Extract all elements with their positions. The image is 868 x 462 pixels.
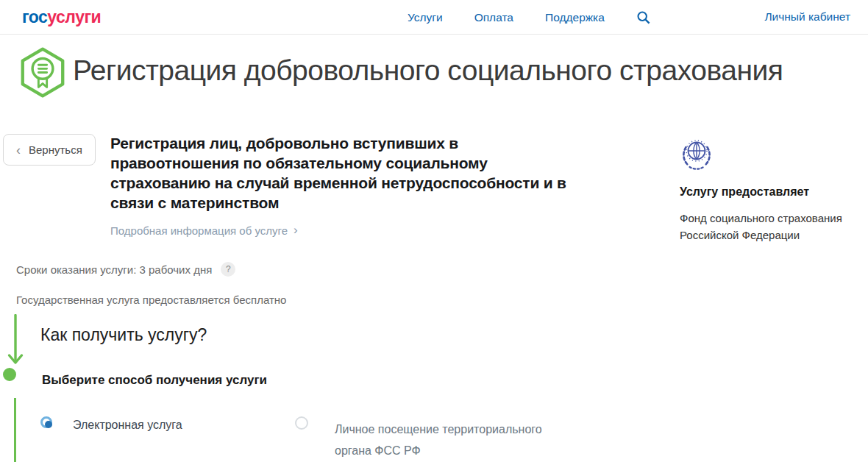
- nav-item-support[interactable]: Поддержка: [545, 11, 605, 24]
- fss-emblem-icon: [680, 137, 714, 175]
- free-notice: Государственная услуга предоставляется б…: [16, 294, 286, 306]
- logo-part-red: услуги: [47, 7, 101, 26]
- gosuslugi-logo[interactable]: госуслуги: [22, 7, 101, 27]
- provider-name: Фонд социального страхования Российской …: [680, 210, 867, 244]
- search-icon[interactable]: [636, 10, 651, 25]
- service-heading-line: страхованию на случай временной нетрудос…: [110, 173, 566, 193]
- radio-electronic-service-label[interactable]: Электронная услуга: [73, 419, 182, 432]
- service-terms: Сроки оказания услуги: 3 рабочих дня ?: [16, 262, 235, 277]
- radio-in-person-visit-label[interactable]: Личное посещение территориального органа…: [335, 419, 555, 461]
- details-link-label: Подробная информация об услуге: [110, 224, 288, 237]
- timeline-line: [14, 398, 16, 462]
- service-medal-icon: [15, 46, 70, 103]
- nav-item-services[interactable]: Услуги: [408, 11, 443, 24]
- help-icon[interactable]: ?: [221, 262, 235, 277]
- provider-label: Услугу предоставляет: [680, 185, 809, 199]
- logo-part-blue: гос: [22, 7, 47, 26]
- gosuslugi-service-page: госуслуги Услуги Оплата Поддержка Личный…: [0, 0, 868, 462]
- service-heading-line: связи с материнством: [110, 193, 566, 213]
- details-link[interactable]: Подробная информация об услуге ›: [110, 224, 298, 238]
- chevron-right-icon: ›: [294, 223, 298, 238]
- service-heading-line: Регистрация лиц, добровольно вступивших …: [110, 133, 566, 153]
- back-button[interactable]: ‹ Вернуться: [3, 134, 96, 166]
- main-nav: Услуги Оплата Поддержка: [408, 0, 651, 35]
- radio-dot: [45, 421, 52, 428]
- personal-account-link[interactable]: Личный кабинет: [764, 10, 850, 24]
- how-to-heading: Как получить услугу?: [40, 325, 207, 345]
- top-header: госуслуги Услуги Оплата Поддержка Личный…: [0, 0, 868, 35]
- service-heading: Регистрация лиц, добровольно вступивших …: [110, 133, 566, 213]
- timeline-step-node: [3, 368, 16, 381]
- nav-item-payment[interactable]: Оплата: [474, 11, 513, 24]
- page-title: Регистрация добровольного социального ст…: [73, 54, 783, 87]
- radio-in-person-visit[interactable]: [295, 416, 308, 430]
- step-label: Выберите способ получения услуги: [42, 373, 267, 388]
- chevron-left-icon: ‹: [16, 143, 21, 157]
- timeline-arrow-down-icon: [6, 314, 25, 369]
- service-terms-text: Сроки оказания услуги: 3 рабочих дня: [16, 263, 212, 276]
- service-heading-line: правоотношения по обязательному социальн…: [110, 153, 566, 173]
- back-button-label: Вернуться: [29, 143, 82, 156]
- radio-electronic-service[interactable]: [40, 416, 52, 428]
